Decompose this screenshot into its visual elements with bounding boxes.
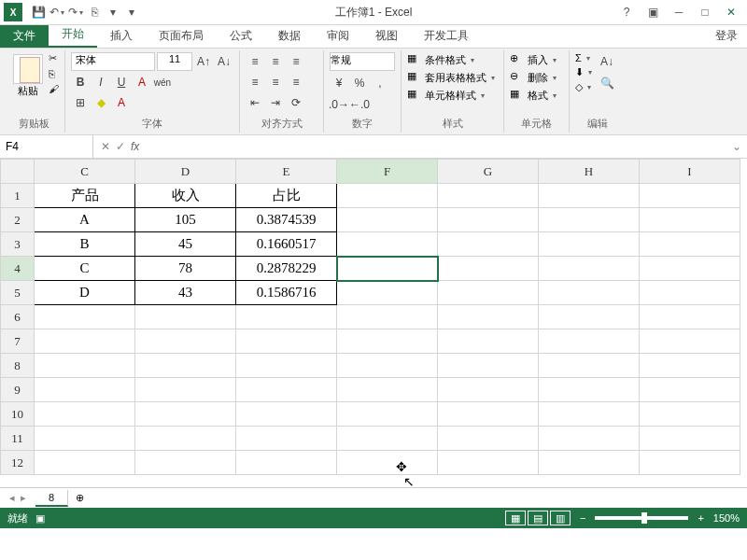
cell-I10[interactable] (640, 402, 740, 427)
table-format-button[interactable]: ▦套用表格格式▾ (407, 70, 495, 85)
currency-icon[interactable]: ¥ (330, 74, 348, 92)
align-center-icon[interactable]: ≡ (266, 73, 285, 91)
clear-icon[interactable]: ◇ ▾ (575, 81, 592, 93)
cell-G4[interactable] (438, 257, 539, 281)
cell-C5[interactable]: D (35, 281, 135, 305)
orientation-icon[interactable]: ⟳ (287, 93, 305, 112)
ribbon-options-icon[interactable]: ▣ (641, 3, 665, 21)
cell-G7[interactable] (438, 329, 539, 354)
cell-C7[interactable] (35, 329, 135, 354)
col-header-G[interactable]: G (438, 160, 539, 184)
cell-F9[interactable] (337, 378, 438, 402)
row-header-12[interactable]: 12 (1, 451, 35, 475)
page-break-icon[interactable]: ▥ (550, 511, 571, 525)
cell-C4[interactable]: C (35, 257, 135, 281)
zoom-level[interactable]: 150% (713, 512, 740, 524)
tab-view[interactable]: 视图 (362, 24, 411, 48)
cell-I3[interactable] (640, 232, 740, 257)
cell-D4[interactable]: 78 (135, 257, 236, 281)
cell-H4[interactable] (539, 257, 640, 281)
cell-D2[interactable]: 105 (135, 208, 236, 232)
row-header-2[interactable]: 2 (1, 208, 35, 232)
name-box[interactable]: F4 (0, 135, 93, 158)
row-header-10[interactable]: 10 (1, 402, 35, 427)
cell-G8[interactable] (438, 354, 539, 378)
col-header-I[interactable]: I (640, 160, 740, 184)
row-header-3[interactable]: 3 (1, 232, 35, 257)
cell-H6[interactable] (539, 305, 640, 329)
new-sheet-icon[interactable]: ⊕ (68, 492, 92, 504)
delete-cells-button[interactable]: ⊖删除▾ (510, 70, 557, 85)
cell-E9[interactable] (236, 378, 337, 402)
cell-C10[interactable] (35, 402, 135, 427)
align-left-icon[interactable]: ≡ (246, 73, 264, 91)
cell-F2[interactable] (337, 208, 438, 232)
maximize-icon[interactable]: □ (693, 3, 717, 21)
cell-I7[interactable] (640, 329, 740, 354)
spreadsheet-grid[interactable]: CDEFGHI1产品收入占比2A1050.38745393B450.166051… (0, 159, 747, 487)
cell-H12[interactable] (539, 451, 640, 475)
cell-G6[interactable] (438, 305, 539, 329)
cell-F6[interactable] (337, 305, 438, 329)
select-all-corner[interactable] (1, 160, 35, 184)
undo-icon[interactable]: ↶▾ (49, 4, 65, 21)
row-header-9[interactable]: 9 (1, 378, 35, 402)
cell-C2[interactable]: A (35, 208, 135, 232)
fx-icon[interactable]: fx (131, 140, 139, 153)
cell-F11[interactable] (337, 427, 438, 451)
insert-cells-button[interactable]: ⊕插入▾ (510, 52, 557, 67)
cut-icon[interactable]: ✂ (49, 52, 59, 64)
tab-data[interactable]: 数据 (265, 24, 314, 48)
row-header-11[interactable]: 11 (1, 427, 35, 451)
cell-C6[interactable] (35, 305, 135, 329)
help-icon[interactable]: ? (614, 3, 639, 21)
cell-F1[interactable] (337, 184, 438, 208)
sheet-tab[interactable]: 8 (35, 490, 68, 507)
font-color2-icon[interactable]: A (112, 93, 131, 112)
cell-G1[interactable] (438, 184, 539, 208)
increase-font-icon[interactable]: A↑ (194, 52, 213, 71)
cell-I4[interactable] (640, 257, 740, 281)
expand-formula-icon[interactable]: ⌄ (726, 140, 747, 153)
cell-H1[interactable] (539, 184, 640, 208)
font-size-select[interactable]: 11 (157, 52, 192, 71)
align-right-icon[interactable]: ≡ (287, 73, 305, 91)
cell-E1[interactable]: 占比 (236, 184, 337, 208)
cell-D6[interactable] (135, 305, 236, 329)
conditional-format-button[interactable]: ▦条件格式▾ (407, 52, 495, 67)
paste-qat-icon[interactable]: ▾ (123, 4, 140, 21)
cell-I12[interactable] (640, 451, 740, 475)
row-header-4[interactable]: 4 (1, 257, 35, 281)
formula-input[interactable] (147, 135, 726, 158)
cell-E8[interactable] (236, 354, 337, 378)
prev-sheet-icon[interactable]: ◂ (9, 492, 15, 504)
underline-button[interactable]: U (112, 73, 131, 91)
col-header-F[interactable]: F (337, 160, 438, 184)
sort-filter-icon[interactable]: A↓ (598, 52, 616, 71)
cell-E10[interactable] (236, 402, 337, 427)
cell-E7[interactable] (236, 329, 337, 354)
font-name-select[interactable]: 宋体 (71, 52, 155, 71)
cell-I8[interactable] (640, 354, 740, 378)
decrease-font-icon[interactable]: A↓ (215, 52, 233, 71)
cell-H3[interactable] (539, 232, 640, 257)
cell-D7[interactable] (135, 329, 236, 354)
cell-E11[interactable] (236, 427, 337, 451)
format-cells-button[interactable]: ▦格式▾ (510, 88, 557, 103)
close-icon[interactable]: ✕ (719, 3, 743, 21)
page-layout-icon[interactable]: ▤ (528, 511, 548, 525)
cell-F10[interactable] (337, 402, 438, 427)
normal-view-icon[interactable]: ▦ (505, 511, 526, 525)
cell-D1[interactable]: 收入 (135, 184, 236, 208)
cell-G11[interactable] (438, 427, 539, 451)
align-top-icon[interactable]: ≡ (246, 52, 264, 71)
cell-G9[interactable] (438, 378, 539, 402)
number-format-select[interactable]: 常规 (330, 52, 395, 71)
cell-I9[interactable] (640, 378, 740, 402)
autosum-icon[interactable]: Σ ▾ (575, 52, 592, 63)
cell-I6[interactable] (640, 305, 740, 329)
row-header-1[interactable]: 1 (1, 184, 35, 208)
cell-D9[interactable] (135, 378, 236, 402)
cell-D10[interactable] (135, 402, 236, 427)
bold-button[interactable]: B (71, 73, 90, 91)
